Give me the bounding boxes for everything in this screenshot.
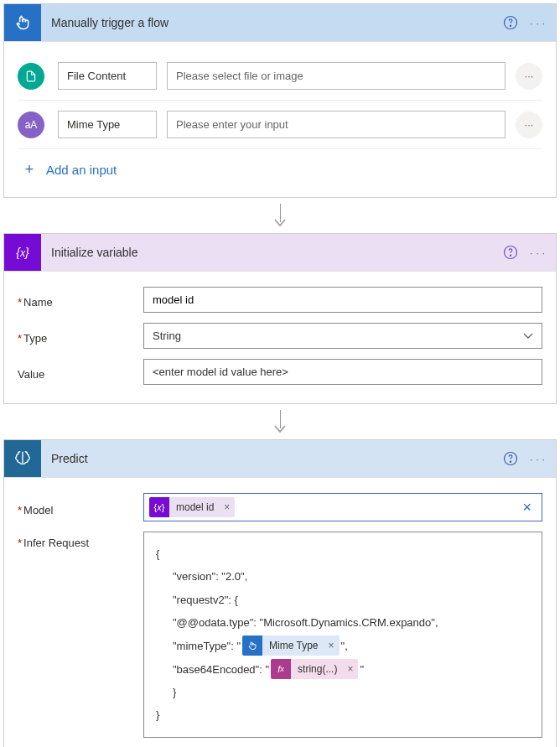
predict-card: Predict · · · Model {x} model id × × Inf…: [3, 439, 557, 747]
input-row-mime: aA Mime Type Please enter your input ···: [18, 101, 542, 149]
remove-token-icon[interactable]: ×: [219, 501, 235, 513]
remove-token-icon[interactable]: ×: [342, 659, 358, 680]
brain-icon: [4, 440, 41, 477]
clear-field-icon[interactable]: ×: [517, 499, 537, 516]
value-input[interactable]: [143, 359, 542, 385]
code-line: }: [156, 681, 530, 703]
more-icon[interactable]: · · ·: [524, 239, 551, 266]
token-label: model id: [169, 501, 219, 513]
help-icon[interactable]: [497, 445, 524, 472]
infer-request-input[interactable]: { "version": "2.0", "requestv2": { "@@od…: [143, 532, 542, 738]
svg-point-2: [510, 25, 511, 26]
remove-token-icon[interactable]: ×: [324, 635, 340, 656]
code-line: "version": "2.0",: [156, 565, 530, 588]
code-line: }: [156, 703, 530, 726]
model-id-token[interactable]: {x} model id ×: [149, 497, 235, 517]
variable-body: Name Type String Value: [4, 271, 556, 403]
code-text: ": [360, 658, 364, 681]
row-more-icon[interactable]: ···: [516, 112, 542, 138]
file-icon: [18, 63, 44, 90]
connector-arrow: [3, 404, 557, 439]
mime-type-token[interactable]: Mime Type ×: [242, 635, 339, 656]
code-text: ",: [341, 635, 348, 657]
more-icon[interactable]: · · ·: [524, 445, 551, 472]
more-icon[interactable]: · · ·: [524, 9, 551, 36]
file-input[interactable]: Please select file or image: [167, 62, 506, 90]
code-line-b64: "base64Encoded": " fx string(...) × ": [156, 657, 530, 681]
mime-label[interactable]: Mime Type: [58, 111, 157, 138]
type-value: String: [153, 329, 181, 342]
plus-icon: +: [21, 161, 38, 179]
type-select[interactable]: String: [143, 323, 542, 349]
chevron-down-icon: [523, 333, 533, 340]
value-row: Value: [18, 354, 542, 390]
name-row: Name: [18, 282, 542, 318]
type-label: Type: [18, 327, 143, 345]
svg-point-6: [510, 461, 511, 462]
trigger-card: Manually trigger a flow · · · File Conte…: [3, 3, 557, 198]
trigger-title: Manually trigger a flow: [41, 16, 497, 29]
name-label: Name: [18, 291, 143, 309]
model-input[interactable]: {x} model id × ×: [143, 493, 542, 521]
type-row: Type String: [18, 318, 542, 354]
variable-header[interactable]: {x} Initialize variable · · ·: [4, 234, 556, 271]
fx-icon: fx: [271, 659, 291, 679]
text-icon: aA: [18, 112, 44, 138]
name-input[interactable]: [143, 287, 542, 313]
infer-label: Infer Request: [18, 532, 143, 549]
svg-point-0: [20, 16, 22, 18]
infer-row: Infer Request { "version": "2.0", "reque…: [18, 527, 542, 743]
row-more-icon[interactable]: ···: [516, 63, 542, 90]
predict-header[interactable]: Predict · · ·: [4, 440, 556, 477]
predict-body: Model {x} model id × × Infer Request { "…: [4, 477, 556, 747]
variable-card: {x} Initialize variable · · · Name Type …: [3, 233, 557, 404]
model-row: Model {x} model id × ×: [18, 488, 542, 527]
code-line: {: [156, 542, 530, 565]
variable-title: Initialize variable: [41, 246, 497, 259]
mime-input[interactable]: Please enter your input: [167, 111, 506, 138]
code-text: "mimeType": ": [173, 635, 241, 657]
predict-title: Predict: [41, 452, 497, 465]
add-input-label: Add an input: [46, 163, 117, 177]
token-label: string(...): [291, 659, 342, 680]
touch-icon: [4, 4, 41, 41]
input-row-file: File Content Please select file or image…: [18, 52, 542, 101]
connector-arrow: [3, 198, 557, 233]
string-expression-token[interactable]: fx string(...) ×: [271, 659, 358, 679]
variable-icon: {x}: [4, 234, 41, 271]
file-label[interactable]: File Content: [58, 62, 157, 90]
trigger-body: File Content Please select file or image…: [4, 41, 556, 197]
variable-icon: {x}: [149, 497, 169, 517]
add-input-button[interactable]: + Add an input: [18, 149, 542, 184]
code-line-mime: "mimeType": " Mime Type × ",: [156, 634, 530, 657]
model-label: Model: [18, 499, 143, 516]
token-label: Mime Type: [262, 635, 323, 656]
help-icon[interactable]: [497, 9, 524, 36]
value-label: Value: [18, 363, 143, 381]
help-icon[interactable]: [497, 239, 524, 266]
code-line: "@@odata.type": "Microsoft.Dynamics.CRM.…: [156, 611, 530, 634]
svg-point-4: [510, 255, 511, 256]
trigger-header[interactable]: Manually trigger a flow · · ·: [4, 4, 556, 41]
code-line: "requestv2": {: [156, 589, 530, 611]
code-text: "base64Encoded": ": [173, 658, 269, 681]
touch-icon: [242, 635, 262, 656]
